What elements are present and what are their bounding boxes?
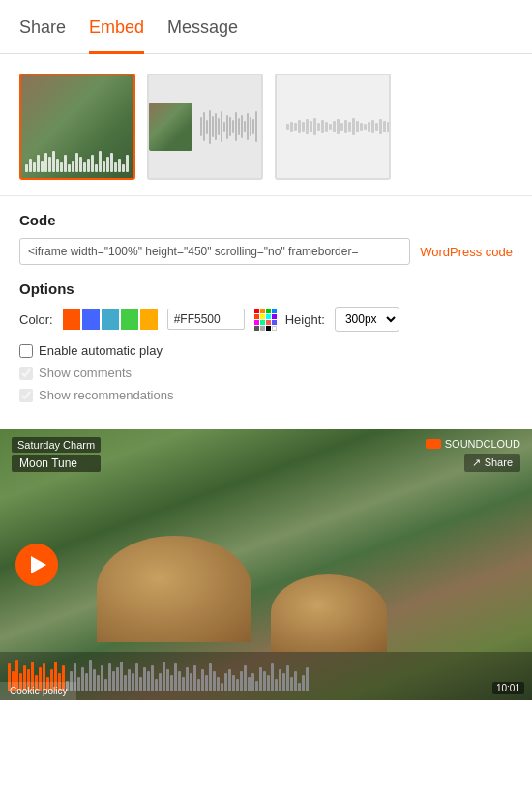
track-timer: 10:01 bbox=[492, 682, 524, 694]
swatch-yellow[interactable] bbox=[140, 309, 158, 330]
embed-thumbnails bbox=[0, 54, 532, 195]
tab-share[interactable]: Share bbox=[19, 0, 66, 54]
thumb-2-waveform bbox=[196, 107, 261, 146]
show-comments-label: Show comments bbox=[39, 366, 132, 380]
autoplay-row: Enable automatic play bbox=[19, 343, 513, 358]
thumb-full-art[interactable] bbox=[19, 74, 135, 180]
thumb-small-art[interactable] bbox=[147, 74, 263, 180]
player-right-controls: SOUNDCLOUD ↗ Share bbox=[426, 438, 520, 472]
thumb-3-waveform bbox=[286, 117, 379, 136]
player-preview: Saturday Charm Moon Tune SOUNDCLOUD ↗ Sh… bbox=[0, 429, 532, 700]
options-section: Options Color: He bbox=[0, 280, 532, 426]
comments-row: Show comments bbox=[19, 366, 513, 380]
cookie-policy-bar[interactable]: Cookie policy bbox=[0, 682, 76, 700]
share-icon: ↗ bbox=[472, 456, 481, 469]
haystack-2 bbox=[271, 574, 387, 652]
height-label: Height: bbox=[285, 312, 325, 327]
autoplay-checkbox[interactable] bbox=[19, 344, 33, 358]
height-select[interactable]: 166px 300px 450px 600px bbox=[335, 307, 399, 332]
player-top-bar: Saturday Charm Moon Tune SOUNDCLOUD ↗ Sh… bbox=[0, 429, 532, 472]
wordpress-code-link[interactable]: WordPress code bbox=[420, 245, 513, 259]
color-picker-icon[interactable] bbox=[254, 309, 276, 330]
player-title: Moon Tune bbox=[12, 455, 101, 472]
tab-bar: Share Embed Message bbox=[0, 0, 532, 54]
share-button[interactable]: ↗ Share bbox=[464, 454, 520, 472]
player-track-info: Saturday Charm Moon Tune bbox=[12, 437, 101, 472]
thumb-waveform-only[interactable] bbox=[275, 74, 391, 180]
show-comments-checkbox[interactable] bbox=[19, 367, 33, 380]
divider-1 bbox=[0, 195, 532, 196]
color-label: Color: bbox=[19, 312, 53, 327]
player-waveform bbox=[0, 656, 532, 691]
tab-message[interactable]: Message bbox=[167, 0, 238, 54]
code-section: Code WordPress code bbox=[0, 212, 532, 280]
autoplay-label[interactable]: Enable automatic play bbox=[39, 343, 163, 358]
thumb-2-artwork bbox=[149, 103, 192, 151]
waveform-overlay bbox=[25, 145, 130, 172]
color-swatches bbox=[63, 309, 158, 330]
soundcloud-label: SOUNDCLOUD bbox=[445, 438, 520, 450]
color-hex-input[interactable] bbox=[167, 309, 245, 330]
options-section-title: Options bbox=[19, 280, 513, 297]
haystack-1 bbox=[97, 536, 251, 642]
swatch-green[interactable] bbox=[121, 309, 138, 330]
swatch-teal[interactable] bbox=[102, 309, 119, 330]
player-bottom-bar: 10:01 Cookie policy bbox=[0, 652, 532, 700]
swatch-blue[interactable] bbox=[82, 309, 100, 330]
play-icon bbox=[31, 556, 46, 573]
code-section-title: Code bbox=[19, 212, 513, 228]
share-label: Share bbox=[485, 456, 513, 468]
code-input[interactable] bbox=[19, 238, 410, 265]
tab-embed[interactable]: Embed bbox=[89, 0, 144, 54]
player-artist: Saturday Charm bbox=[12, 437, 101, 453]
soundcloud-logo: SOUNDCLOUD bbox=[426, 438, 520, 450]
cookie-policy-label[interactable]: Cookie policy bbox=[10, 686, 67, 696]
show-recommendations-label: Show recommendations bbox=[39, 388, 173, 402]
recommendations-row: Show recommendations bbox=[19, 388, 513, 402]
swatch-orange[interactable] bbox=[63, 309, 80, 330]
show-recommendations-checkbox[interactable] bbox=[19, 389, 33, 402]
soundcloud-icon bbox=[426, 439, 441, 449]
play-button[interactable] bbox=[15, 544, 58, 586]
